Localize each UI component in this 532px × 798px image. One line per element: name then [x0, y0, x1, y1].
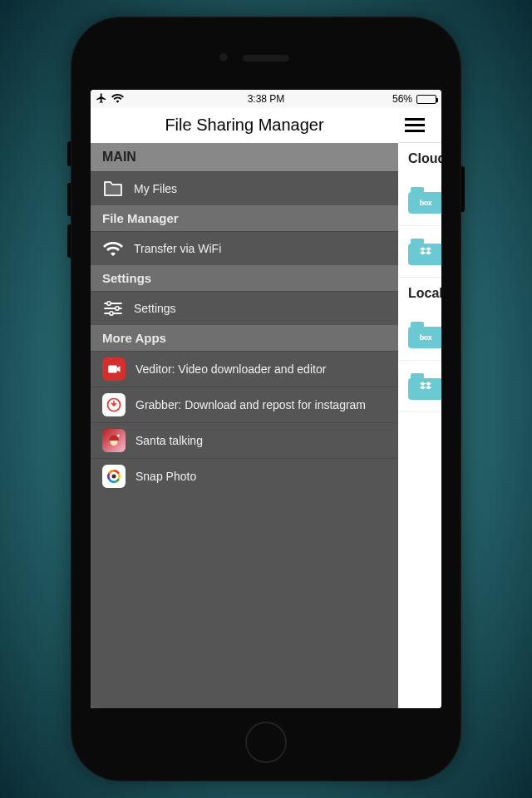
status-time: 3:38 PM [248, 93, 285, 105]
app-label: Santa talking [135, 434, 203, 447]
app-label: Veditor: Video downloader and editor [135, 362, 326, 376]
home-button[interactable] [245, 722, 287, 763]
battery-percent: 56% [392, 93, 412, 105]
menu-label: Transfer via WiFi [134, 242, 221, 255]
cloud-item-box[interactable]: box [398, 175, 441, 226]
cloud-item-dropbox[interactable] [398, 226, 441, 278]
volume-down-button[interactable] [67, 224, 71, 258]
wifi-icon [111, 93, 124, 106]
wifi-icon [102, 238, 124, 259]
drawer-filler [91, 494, 398, 708]
battery-icon [416, 95, 436, 104]
main-header [398, 108, 441, 143]
folder-box-icon: box [408, 187, 441, 214]
local-item-dropbox[interactable] [398, 361, 441, 412]
volume-up-button[interactable] [67, 183, 71, 216]
section-local-header: Local [398, 278, 441, 309]
svg-point-4 [116, 307, 119, 310]
screen: 3:38 PM 56% Cloud box [91, 90, 441, 708]
phone-camera [219, 53, 228, 62]
side-drawer: File Sharing Manager MAIN My Files File … [91, 108, 398, 708]
section-main-header: MAIN [91, 143, 398, 171]
folder-icon [102, 178, 124, 200]
menu-transfer-wifi[interactable]: Transfer via WiFi [91, 231, 398, 265]
phone-speaker [243, 55, 289, 62]
section-cloud-header: Cloud [398, 143, 441, 175]
folder-dropbox-icon [408, 373, 441, 400]
menu-icon[interactable] [405, 118, 425, 132]
app-grabber-icon [102, 393, 126, 416]
status-bar: 3:38 PM 56% [91, 90, 441, 108]
menu-label: Settings [134, 302, 176, 315]
airplane-icon [96, 92, 107, 106]
drawer-title: File Sharing Manager [91, 108, 398, 143]
power-button[interactable] [461, 166, 465, 212]
menu-my-files[interactable]: My Files [91, 171, 398, 205]
section-file-manager-header: File Manager [91, 205, 398, 231]
folder-dropbox-icon [408, 239, 441, 265]
svg-rect-6 [108, 366, 117, 373]
section-settings-header: Settings [91, 265, 398, 291]
app-snap-photo[interactable]: Snap Photo [91, 458, 398, 494]
app-label: Snap Photo [135, 470, 196, 483]
app-grabber[interactable]: Grabber: Download and repost for instagr… [91, 387, 398, 422]
svg-point-5 [110, 312, 113, 315]
svg-point-11 [112, 475, 116, 479]
menu-settings[interactable]: Settings [91, 291, 398, 325]
main-content: Cloud box Local box [398, 108, 441, 708]
app-veditor[interactable]: Veditor: Video downloader and editor [91, 351, 398, 387]
section-more-apps-header: More Apps [91, 325, 398, 351]
app-label: Grabber: Download and repost for instagr… [135, 398, 366, 411]
mute-switch[interactable] [67, 141, 71, 166]
folder-box-icon: box [408, 322, 441, 348]
app-santa[interactable]: Santa talking [91, 422, 398, 458]
app-veditor-icon [102, 357, 126, 381]
app-santa-icon [102, 429, 126, 452]
app-snap-icon [102, 465, 126, 488]
phone-frame: 3:38 PM 56% Cloud box [71, 17, 461, 781]
sliders-icon [102, 298, 124, 319]
local-item-box[interactable]: box [398, 309, 441, 361]
menu-label: My Files [134, 182, 177, 195]
svg-point-9 [117, 435, 120, 437]
svg-point-3 [107, 302, 111, 305]
